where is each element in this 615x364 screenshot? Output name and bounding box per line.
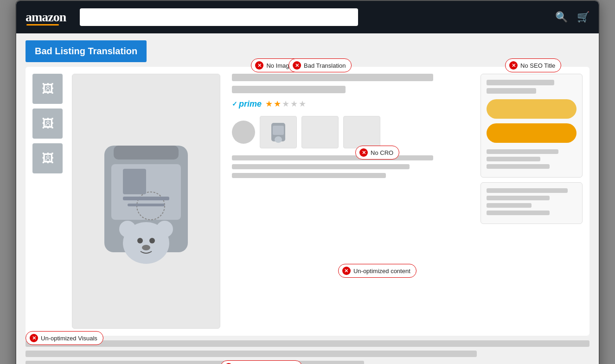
- svg-rect-10: [123, 169, 146, 194]
- error-x-icon: ✕: [30, 334, 38, 342]
- sec-line-3: [487, 203, 532, 208]
- no-cro-label: No CRO: [371, 149, 393, 156]
- product-image-svg: [90, 136, 202, 266]
- error-x-icon: ✕: [293, 61, 301, 70]
- thumbnail-3[interactable]: 🖼: [32, 143, 63, 173]
- no-seo-label: No SEO Title: [520, 62, 555, 69]
- product-details: ✓ prime ★ ★ ★ ★ ★ ✕ No CRO: [227, 74, 474, 329]
- bullet-line-2: [232, 164, 410, 169]
- bullet-lines: [232, 155, 469, 178]
- title-bar-1: [232, 74, 433, 81]
- error-x-icon: ✕: [509, 61, 518, 70]
- bottom-line-2: [487, 157, 540, 161]
- bottom-bar-3: [26, 361, 364, 364]
- price-line-2: [487, 88, 536, 94]
- star-3: ★: [282, 99, 289, 109]
- thumbnail-2[interactable]: 🖼: [32, 109, 63, 139]
- star-rating: ★ ★ ★ ★ ★: [265, 99, 306, 109]
- svg-rect-11: [123, 197, 169, 200]
- unoptimized-visuals-label: Un-optimized Visuals: [41, 335, 97, 342]
- main-content: Bad Listing Translation ✕ No Image Local…: [16, 33, 599, 364]
- bottom-bar-2: [26, 351, 477, 357]
- svg-rect-12: [128, 204, 165, 206]
- unoptimized-visuals-badge: ✕ Un-optimized Visuals: [26, 331, 103, 345]
- prime-check-icon: ✓: [232, 100, 237, 108]
- no-seo-badge: ✕ No SEO Title: [505, 58, 561, 72]
- variant-circle[interactable]: [232, 121, 255, 144]
- variant-box-selected[interactable]: [260, 116, 297, 148]
- amazon-logo: amazon: [26, 11, 66, 24]
- unoptimized-content-badge: ✕ Un-optimized content: [338, 264, 416, 278]
- mini-product-svg: [269, 122, 288, 143]
- no-copywriting-badge: ✕ No Copywriting Details: [220, 360, 303, 364]
- buy-box-inner: [480, 74, 583, 178]
- svg-point-6: [137, 238, 143, 243]
- header-search-bar[interactable]: [80, 8, 358, 26]
- variant-box-3[interactable]: [343, 116, 380, 148]
- svg-point-15: [275, 136, 282, 143]
- svg-point-5: [156, 221, 173, 237]
- buy-box-bottom-lines: [487, 149, 577, 169]
- svg-point-7: [149, 238, 155, 243]
- sec-line-1: [487, 188, 568, 193]
- star-4: ★: [290, 99, 298, 109]
- variant-box-2[interactable]: [301, 116, 339, 148]
- bad-translation-label: Bad Translation: [304, 62, 346, 69]
- error-x-icon: ✕: [342, 267, 351, 275]
- svg-rect-1: [114, 146, 179, 160]
- amazon-header: amazon 🔍 🛒: [16, 1, 599, 33]
- sec-line-2: [487, 196, 550, 200]
- cart-icon[interactable]: 🛒: [577, 11, 589, 23]
- product-area: ✕ No Image Localization ✕ Bad Translatio…: [26, 67, 589, 336]
- product-image-container: [72, 74, 220, 329]
- buy-box-price-lines: [487, 80, 577, 94]
- header-icons: 🔍 🛒: [555, 11, 589, 23]
- svg-rect-14: [273, 126, 284, 135]
- bad-listing-badge: Bad Listing Translation: [26, 40, 147, 62]
- prime-label: prime: [239, 99, 262, 109]
- star-2: ★: [274, 99, 281, 109]
- add-to-cart-button[interactable]: [487, 99, 577, 119]
- secondary-buy-box: [480, 182, 583, 224]
- bullet-line-1: [232, 155, 433, 160]
- sec-line-4: [487, 211, 550, 215]
- title-bar-2: [232, 86, 346, 93]
- browser-window: amazon 🔍 🛒 Bad Listing Translation ✕ No …: [15, 0, 600, 364]
- secondary-lines: [487, 188, 577, 215]
- bottom-section: [26, 340, 589, 364]
- bullet-line-3: [232, 173, 386, 178]
- variant-selector-row: [232, 116, 469, 148]
- bottom-line-1: [487, 149, 558, 154]
- thumbnail-1[interactable]: 🖼: [32, 74, 63, 104]
- bad-translation-badge: ✕ Bad Translation: [288, 58, 352, 72]
- buy-now-button[interactable]: [487, 123, 577, 143]
- thumbnail-column: 🖼 🖼 🖼: [32, 74, 65, 329]
- search-icon[interactable]: 🔍: [555, 11, 568, 23]
- error-x-icon: ✕: [359, 148, 368, 157]
- bottom-line-3: [487, 164, 550, 169]
- buy-box: [480, 74, 583, 329]
- unoptimized-content-label: Un-optimized content: [353, 268, 410, 275]
- prime-logo: ✓ prime: [232, 99, 262, 109]
- no-cro-badge: ✕ No CRO: [355, 146, 399, 160]
- prime-stars-row: ✓ prime ★ ★ ★ ★ ★: [232, 99, 469, 109]
- star-1: ★: [265, 99, 273, 109]
- svg-point-8: [142, 245, 150, 250]
- error-x-icon: ✕: [255, 61, 263, 70]
- price-line-1: [487, 80, 554, 85]
- star-5: ★: [299, 99, 306, 109]
- svg-point-4: [119, 221, 136, 237]
- bottom-bar-1: [26, 340, 589, 347]
